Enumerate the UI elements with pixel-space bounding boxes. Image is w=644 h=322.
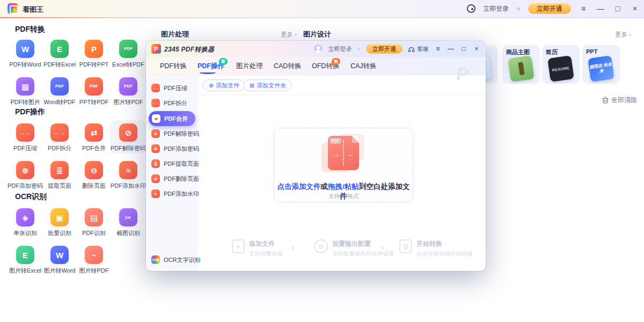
titlebar-divider	[0, 17, 644, 18]
pdf-to-ppt-icon: P	[85, 40, 103, 58]
add-folder-button[interactable]: ⊞ 添加文件夹	[244, 79, 292, 91]
user-avatar-icon[interactable]	[467, 4, 475, 13]
section-title-pdf-ops: PDF操作	[15, 107, 45, 117]
design-card-goods[interactable]: 商品主图	[502, 45, 540, 84]
sidebar-item-pdf-unlock[interactable]: ⊘PDF解除密码	[146, 126, 198, 141]
tool-image-to-pdf-ocr[interactable]: ~图片转PDF	[77, 246, 111, 275]
tool-image-to-word[interactable]: W图片转Word	[42, 246, 77, 275]
image-to-pdf-icon: PDF	[119, 77, 137, 96]
tool-pdf-watermark[interactable]: ≈PDF添加水印	[111, 161, 145, 190]
tool-ppt-to-pdf[interactable]: PDFPPT转PDF	[77, 77, 111, 106]
add-file-button[interactable]: ⊕ 添加文件	[203, 79, 245, 91]
heart-icon[interactable]: ♥	[516, 5, 521, 13]
tab-caj-convert[interactable]: CAJ转换	[350, 62, 377, 71]
dialog-close-button[interactable]: ×	[473, 45, 480, 53]
dialog-maximize-button[interactable]: □	[460, 45, 467, 53]
dialog-menu-icon[interactable]: ≡	[434, 45, 442, 53]
step-chevron-2: ›	[381, 243, 384, 252]
tool-pdf-to-excel[interactable]: EPDF转Excel	[42, 40, 77, 69]
unlock-icon: ⊘	[151, 129, 160, 138]
pdf-encrypt-icon: ⊕	[16, 161, 34, 179]
step-chevron-1: ›	[291, 243, 294, 252]
tool-image-to-pdf[interactable]: PDF图片转PDF	[111, 77, 145, 106]
close-button[interactable]: ×	[630, 0, 640, 17]
more-link-image-processing[interactable]: 更多 ›	[281, 31, 297, 39]
gear-icon: ⚙	[314, 239, 328, 253]
tool-pdf-to-ppt[interactable]: PPDF转PPT	[77, 40, 111, 69]
dialog-heart-icon[interactable]: ♥	[357, 46, 361, 52]
header-image-design: 图片设计	[303, 30, 331, 39]
dialog-support-button[interactable]: 客服	[408, 45, 429, 53]
section-title-pdf-convert: PDF转换	[15, 25, 45, 34]
trash-icon: ⊖	[151, 174, 160, 183]
dialog-minimize-button[interactable]: —	[447, 45, 455, 53]
dialog-sidebar: →←PDF压缩 ←→PDF拆分 ⇄PDF合并 ⊘PDF解除密码 ⊕PDF添加密码…	[146, 75, 198, 271]
watermark-icon: ≈	[151, 189, 160, 198]
badge-hot: 热	[332, 58, 340, 65]
more-link-image-design[interactable]: 更多 ›	[615, 31, 631, 39]
menu-icon[interactable]: ≡	[579, 0, 588, 17]
tool-ocr-screenshot[interactable]: ✂截图识别	[111, 208, 145, 237]
tool-pdf-encrypt[interactable]: ⊕PDF添加密码	[8, 161, 42, 190]
pdf-unlock-icon: ⊘	[119, 123, 137, 142]
pdf-to-excel-icon: E	[50, 40, 69, 58]
ppt-thumbnail: 就现在 向未来	[588, 55, 614, 82]
dialog-upgrade-button[interactable]: 立即开通	[366, 44, 402, 54]
dialog-avatar-icon[interactable]	[314, 45, 323, 53]
ppt-to-pdf-icon: PDF	[85, 77, 103, 96]
tool-pdf-merge[interactable]: ⇄PDF合并	[77, 123, 111, 152]
tool-word-to-pdf[interactable]: PDFWord转PDF	[42, 77, 77, 106]
sidebar-item-pdf-delete[interactable]: ⊖PDF删除页面	[146, 171, 198, 186]
tool-pdf-compress[interactable]: →←PDF压缩	[8, 123, 42, 152]
sidebar-item-pdf-split[interactable]: ←→PDF拆分	[146, 96, 198, 111]
split-icon: ←→	[151, 99, 160, 107]
pdf-split-icon: ←→	[50, 123, 69, 142]
header-image-processing: 图片处理	[161, 30, 189, 39]
extract-pages-icon: ≣	[50, 161, 69, 179]
resume-thumbnail: RESUME	[547, 55, 574, 82]
toolbar-divider	[198, 94, 486, 95]
sidebar-item-pdf-watermark[interactable]: ≈PDF添加水印	[146, 186, 198, 201]
pdf-watermark-icon: ≈	[119, 161, 137, 179]
sidebar-item-pdf-extract[interactable]: ≣PDF提取页面	[146, 156, 198, 171]
document-icon: ≣	[399, 239, 412, 253]
grid-pdf-ops: →←PDF压缩 ←→PDF拆分 ⇄PDF合并 ⊘PDF解除密码 ⊕PDF添加密码…	[8, 123, 145, 190]
tool-ocr-pdf[interactable]: ▤PDF识别	[77, 208, 111, 237]
sidebar-item-pdf-compress[interactable]: →←PDF压缩	[146, 80, 198, 96]
pdf-converter-dialog: P 2345 PDF转换器 立即登录 ♥ 立即开通 客服 ≡ — □ × PDF…	[146, 41, 486, 271]
sidebar-item-pdf-merge[interactable]: ⇄PDF合并	[149, 111, 195, 126]
tab-pdf-convert[interactable]: PDF转换	[160, 62, 187, 71]
headset-icon	[408, 46, 415, 52]
dialog-login-link[interactable]: 立即登录	[328, 45, 352, 53]
dialog-logo-icon: P	[151, 44, 161, 54]
app-title: 看图王	[23, 5, 43, 14]
upgrade-button[interactable]: 立即开通	[528, 3, 571, 14]
tool-pdf-to-image[interactable]: ▦PDF转图片	[8, 77, 42, 106]
tab-image-processing[interactable]: 图片处理	[236, 62, 263, 71]
design-card-resume[interactable]: 简历 RESUME	[542, 45, 580, 84]
tool-pdf-unlock[interactable]: ⊘PDF解除密码	[111, 123, 145, 152]
tab-cad-convert[interactable]: CAD转换	[274, 62, 301, 71]
tool-extract-pages[interactable]: ≣提取页面	[42, 161, 77, 190]
clear-all-button[interactable]: 全部清除	[602, 96, 637, 105]
pdf-compress-icon: →←	[16, 123, 34, 142]
login-link[interactable]: 立即登录	[483, 4, 509, 13]
tool-pdf-split[interactable]: ←→PDF拆分	[42, 123, 77, 152]
tool-image-to-excel[interactable]: E图片转Excel	[8, 246, 42, 275]
image-to-word-icon: W	[50, 246, 69, 264]
tool-delete-pages[interactable]: ⊖删除页面	[77, 161, 111, 190]
design-card-ppt[interactable]: PPT 就现在 向未来	[582, 45, 620, 84]
maximize-button[interactable]: □	[613, 0, 623, 17]
trash-icon	[602, 97, 609, 104]
pdf-merge-illustration: PDF → ←	[328, 136, 360, 171]
sidebar-item-pdf-encrypt[interactable]: ⊕PDF添加密码	[146, 141, 198, 156]
sidebar-item-ocr[interactable]: OCROCR文字识别	[146, 252, 198, 267]
tool-ocr-single[interactable]: ◈单张识别	[8, 208, 42, 237]
goods-thumbnail	[508, 55, 535, 82]
tool-pdf-to-word[interactable]: WPDF转Word	[8, 40, 42, 69]
tool-ocr-batch[interactable]: ▣批量识别	[42, 208, 77, 237]
word-to-pdf-icon: PDF	[50, 77, 69, 96]
minimize-button[interactable]: —	[596, 0, 605, 17]
file-dropzone[interactable]: PDF → ← 点击添加文件或拖拽/粘贴到空白处添加文件 支持pdf格式	[274, 128, 413, 202]
tool-excel-to-pdf[interactable]: PDFExcel转PDF	[111, 40, 145, 69]
